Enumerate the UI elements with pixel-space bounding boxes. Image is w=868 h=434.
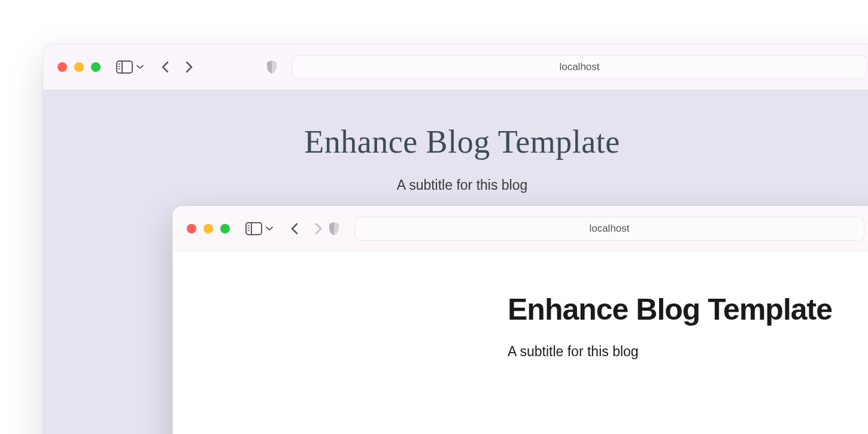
- traffic-lights: [57, 62, 101, 72]
- nav-buttons: [290, 221, 323, 236]
- chevron-right-icon: [314, 221, 323, 236]
- blog-title: Enhance Blog Template: [67, 123, 857, 160]
- browser-window-front: localhost Enhance Blog Template A subtit…: [172, 206, 868, 434]
- address-text: localhost: [589, 223, 629, 235]
- sidebar-toggle[interactable]: [245, 222, 273, 235]
- chevron-right-icon: [184, 60, 194, 74]
- svg-rect-5: [246, 223, 262, 235]
- fullscreen-button[interactable]: [91, 62, 101, 72]
- privacy-shield-icon[interactable]: [266, 60, 278, 74]
- fullscreen-button[interactable]: [220, 224, 230, 233]
- address-bar[interactable]: localhost: [292, 55, 867, 79]
- blog-subtitle: A subtitle for this blog: [67, 177, 857, 193]
- sidebar-toggle[interactable]: [116, 60, 144, 74]
- browser-toolbar: localhost: [43, 44, 868, 90]
- close-button[interactable]: [57, 62, 67, 72]
- chevron-left-icon: [160, 60, 170, 74]
- minimize-button[interactable]: [204, 224, 213, 233]
- nav-buttons: [160, 60, 194, 74]
- chevron-down-icon: [136, 65, 144, 69]
- close-button[interactable]: [187, 224, 196, 233]
- chevron-down-icon: [266, 226, 273, 231]
- traffic-lights: [187, 224, 230, 233]
- blog-title: Enhance Blog Template: [508, 292, 855, 327]
- svg-rect-0: [117, 61, 132, 73]
- blog-subtitle: A subtitle for this blog: [508, 344, 855, 360]
- forward-button[interactable]: [184, 60, 194, 74]
- sidebar-icon: [116, 60, 133, 74]
- minimize-button[interactable]: [74, 62, 84, 72]
- sidebar-icon: [245, 222, 262, 235]
- page-content: Enhance Blog Template A subtitle for thi…: [172, 251, 868, 372]
- forward-button: [314, 221, 323, 236]
- back-button[interactable]: [160, 60, 170, 74]
- browser-toolbar: localhost: [172, 206, 868, 251]
- privacy-shield-icon[interactable]: [328, 221, 340, 236]
- chevron-left-icon: [290, 221, 299, 236]
- address-text: localhost: [559, 61, 599, 73]
- page-content: Enhance Blog Template A subtitle for thi…: [43, 90, 868, 205]
- address-bar[interactable]: localhost: [354, 217, 864, 241]
- back-button[interactable]: [290, 221, 299, 236]
